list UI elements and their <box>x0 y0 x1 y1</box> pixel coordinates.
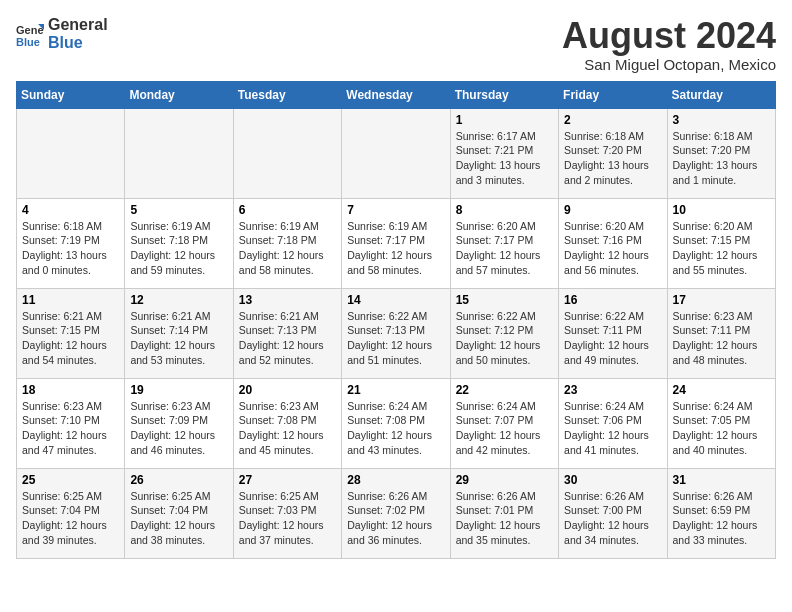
day-number: 7 <box>347 203 444 217</box>
day-number: 10 <box>673 203 770 217</box>
day-number: 15 <box>456 293 553 307</box>
day-number: 18 <box>22 383 119 397</box>
calendar-cell: 22Sunrise: 6:24 AMSunset: 7:07 PMDayligh… <box>450 378 558 468</box>
calendar-cell: 26Sunrise: 6:25 AMSunset: 7:04 PMDayligh… <box>125 468 233 558</box>
day-number: 16 <box>564 293 661 307</box>
day-number: 8 <box>456 203 553 217</box>
day-number: 31 <box>673 473 770 487</box>
day-info: Sunrise: 6:22 AMSunset: 7:12 PMDaylight:… <box>456 309 553 368</box>
logo-icon: General Blue <box>16 20 44 48</box>
col-header-friday: Friday <box>559 81 667 108</box>
day-info: Sunrise: 6:26 AMSunset: 7:02 PMDaylight:… <box>347 489 444 548</box>
day-number: 2 <box>564 113 661 127</box>
calendar-cell <box>125 108 233 198</box>
calendar-cell: 12Sunrise: 6:21 AMSunset: 7:14 PMDayligh… <box>125 288 233 378</box>
day-number: 25 <box>22 473 119 487</box>
day-number: 12 <box>130 293 227 307</box>
day-info: Sunrise: 6:21 AMSunset: 7:14 PMDaylight:… <box>130 309 227 368</box>
day-number: 20 <box>239 383 336 397</box>
day-number: 9 <box>564 203 661 217</box>
day-info: Sunrise: 6:17 AMSunset: 7:21 PMDaylight:… <box>456 129 553 188</box>
calendar-cell: 4Sunrise: 6:18 AMSunset: 7:19 PMDaylight… <box>17 198 125 288</box>
day-number: 19 <box>130 383 227 397</box>
day-info: Sunrise: 6:20 AMSunset: 7:17 PMDaylight:… <box>456 219 553 278</box>
day-number: 22 <box>456 383 553 397</box>
calendar-cell: 10Sunrise: 6:20 AMSunset: 7:15 PMDayligh… <box>667 198 775 288</box>
col-header-saturday: Saturday <box>667 81 775 108</box>
day-number: 28 <box>347 473 444 487</box>
col-header-monday: Monday <box>125 81 233 108</box>
calendar-cell: 2Sunrise: 6:18 AMSunset: 7:20 PMDaylight… <box>559 108 667 198</box>
day-info: Sunrise: 6:21 AMSunset: 7:13 PMDaylight:… <box>239 309 336 368</box>
calendar-cell: 17Sunrise: 6:23 AMSunset: 7:11 PMDayligh… <box>667 288 775 378</box>
calendar-cell: 13Sunrise: 6:21 AMSunset: 7:13 PMDayligh… <box>233 288 341 378</box>
calendar-cell <box>342 108 450 198</box>
calendar-cell: 7Sunrise: 6:19 AMSunset: 7:17 PMDaylight… <box>342 198 450 288</box>
day-info: Sunrise: 6:26 AMSunset: 7:00 PMDaylight:… <box>564 489 661 548</box>
calendar-cell <box>233 108 341 198</box>
calendar-cell: 30Sunrise: 6:26 AMSunset: 7:00 PMDayligh… <box>559 468 667 558</box>
day-info: Sunrise: 6:24 AMSunset: 7:06 PMDaylight:… <box>564 399 661 458</box>
calendar-cell: 18Sunrise: 6:23 AMSunset: 7:10 PMDayligh… <box>17 378 125 468</box>
day-number: 6 <box>239 203 336 217</box>
col-header-tuesday: Tuesday <box>233 81 341 108</box>
calendar-cell: 31Sunrise: 6:26 AMSunset: 6:59 PMDayligh… <box>667 468 775 558</box>
calendar-cell: 8Sunrise: 6:20 AMSunset: 7:17 PMDaylight… <box>450 198 558 288</box>
day-info: Sunrise: 6:19 AMSunset: 7:18 PMDaylight:… <box>239 219 336 278</box>
calendar-week-row: 25Sunrise: 6:25 AMSunset: 7:04 PMDayligh… <box>17 468 776 558</box>
day-number: 4 <box>22 203 119 217</box>
calendar-cell: 21Sunrise: 6:24 AMSunset: 7:08 PMDayligh… <box>342 378 450 468</box>
day-number: 3 <box>673 113 770 127</box>
calendar-cell: 24Sunrise: 6:24 AMSunset: 7:05 PMDayligh… <box>667 378 775 468</box>
calendar-cell: 5Sunrise: 6:19 AMSunset: 7:18 PMDaylight… <box>125 198 233 288</box>
calendar-cell: 29Sunrise: 6:26 AMSunset: 7:01 PMDayligh… <box>450 468 558 558</box>
title-area: August 2024 San Miguel Octopan, Mexico <box>562 16 776 73</box>
day-info: Sunrise: 6:20 AMSunset: 7:15 PMDaylight:… <box>673 219 770 278</box>
col-header-sunday: Sunday <box>17 81 125 108</box>
day-info: Sunrise: 6:24 AMSunset: 7:08 PMDaylight:… <box>347 399 444 458</box>
calendar-week-row: 1Sunrise: 6:17 AMSunset: 7:21 PMDaylight… <box>17 108 776 198</box>
day-number: 26 <box>130 473 227 487</box>
svg-text:Blue: Blue <box>16 36 40 48</box>
day-info: Sunrise: 6:23 AMSunset: 7:09 PMDaylight:… <box>130 399 227 458</box>
day-info: Sunrise: 6:23 AMSunset: 7:08 PMDaylight:… <box>239 399 336 458</box>
calendar-cell: 1Sunrise: 6:17 AMSunset: 7:21 PMDaylight… <box>450 108 558 198</box>
calendar-header-row: SundayMondayTuesdayWednesdayThursdayFrid… <box>17 81 776 108</box>
day-info: Sunrise: 6:24 AMSunset: 7:05 PMDaylight:… <box>673 399 770 458</box>
calendar-cell: 28Sunrise: 6:26 AMSunset: 7:02 PMDayligh… <box>342 468 450 558</box>
day-number: 11 <box>22 293 119 307</box>
day-number: 5 <box>130 203 227 217</box>
calendar-cell: 19Sunrise: 6:23 AMSunset: 7:09 PMDayligh… <box>125 378 233 468</box>
day-info: Sunrise: 6:25 AMSunset: 7:04 PMDaylight:… <box>130 489 227 548</box>
col-header-thursday: Thursday <box>450 81 558 108</box>
calendar-cell: 27Sunrise: 6:25 AMSunset: 7:03 PMDayligh… <box>233 468 341 558</box>
calendar-cell: 6Sunrise: 6:19 AMSunset: 7:18 PMDaylight… <box>233 198 341 288</box>
calendar-cell: 3Sunrise: 6:18 AMSunset: 7:20 PMDaylight… <box>667 108 775 198</box>
day-number: 14 <box>347 293 444 307</box>
calendar-table: SundayMondayTuesdayWednesdayThursdayFrid… <box>16 81 776 559</box>
calendar-week-row: 11Sunrise: 6:21 AMSunset: 7:15 PMDayligh… <box>17 288 776 378</box>
day-number: 13 <box>239 293 336 307</box>
day-number: 30 <box>564 473 661 487</box>
page-subtitle: San Miguel Octopan, Mexico <box>562 56 776 73</box>
day-info: Sunrise: 6:23 AMSunset: 7:11 PMDaylight:… <box>673 309 770 368</box>
calendar-cell: 25Sunrise: 6:25 AMSunset: 7:04 PMDayligh… <box>17 468 125 558</box>
day-number: 23 <box>564 383 661 397</box>
page-header: General Blue General Blue August 2024 Sa… <box>16 16 776 73</box>
day-info: Sunrise: 6:19 AMSunset: 7:17 PMDaylight:… <box>347 219 444 278</box>
calendar-cell: 16Sunrise: 6:22 AMSunset: 7:11 PMDayligh… <box>559 288 667 378</box>
day-number: 17 <box>673 293 770 307</box>
calendar-week-row: 4Sunrise: 6:18 AMSunset: 7:19 PMDaylight… <box>17 198 776 288</box>
calendar-cell: 9Sunrise: 6:20 AMSunset: 7:16 PMDaylight… <box>559 198 667 288</box>
day-number: 1 <box>456 113 553 127</box>
day-info: Sunrise: 6:21 AMSunset: 7:15 PMDaylight:… <box>22 309 119 368</box>
day-info: Sunrise: 6:18 AMSunset: 7:20 PMDaylight:… <box>673 129 770 188</box>
logo-blue-text: Blue <box>48 34 108 52</box>
day-number: 24 <box>673 383 770 397</box>
day-info: Sunrise: 6:19 AMSunset: 7:18 PMDaylight:… <box>130 219 227 278</box>
calendar-cell: 20Sunrise: 6:23 AMSunset: 7:08 PMDayligh… <box>233 378 341 468</box>
page-title: August 2024 <box>562 16 776 56</box>
day-info: Sunrise: 6:26 AMSunset: 6:59 PMDaylight:… <box>673 489 770 548</box>
day-number: 21 <box>347 383 444 397</box>
day-info: Sunrise: 6:18 AMSunset: 7:19 PMDaylight:… <box>22 219 119 278</box>
